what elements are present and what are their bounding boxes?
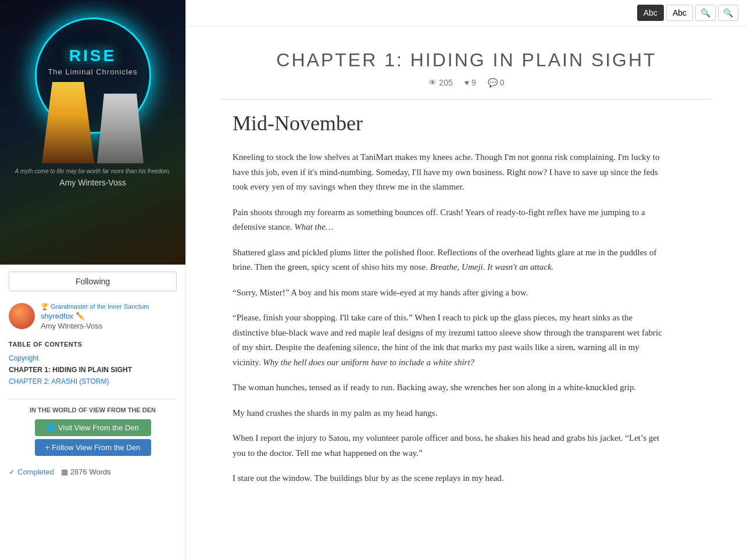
likes-count: 9 bbox=[471, 78, 476, 87]
grandmaster-badge: Grandmaster of the Inner Sanctum bbox=[41, 303, 149, 311]
cover-tagline: A myth come to life may be worth far mor… bbox=[15, 168, 171, 174]
cover-author: Amy Winters-Voss bbox=[59, 178, 126, 187]
paragraph-7: My hand crushes the shards in my palm as… bbox=[233, 406, 663, 421]
toolbar: Abc Abc 🔍 🔍 bbox=[186, 0, 747, 26]
cover-subtitle: The Liminal Chronicles bbox=[48, 67, 137, 76]
zoom-out-button[interactable]: 🔍 bbox=[718, 5, 738, 21]
comments-stat: 💬 0 bbox=[488, 78, 505, 87]
character-right bbox=[97, 94, 144, 163]
completed-badge: ✓ Completed bbox=[9, 468, 54, 476]
heart-icon: ♥ bbox=[464, 78, 469, 87]
paragraph-9: I stare out the window. The buildings bl… bbox=[233, 471, 663, 486]
cover-image: RISE The Liminal Chronicles A myth come … bbox=[0, 0, 185, 265]
italic-2: Breathe, Umeji. It wasn't an attack. bbox=[430, 262, 554, 272]
comment-icon: 💬 bbox=[488, 78, 498, 87]
font-size-large-button[interactable]: Abc bbox=[637, 5, 664, 21]
cover-title: RISE bbox=[69, 47, 116, 65]
table-of-contents: TABLE OF CONTENTS Copyright CHAPTER 1: H… bbox=[0, 335, 185, 390]
world-section: IN THE WORLD OF VIEW FROM THE DEN 🌐 Visi… bbox=[9, 399, 177, 459]
likes-stat: ♥ 9 bbox=[464, 78, 476, 87]
chapter-stats: 👁 205 ♥ 9 💬 0 bbox=[221, 78, 712, 87]
word-count: ▦ 2876 Words bbox=[61, 468, 111, 476]
cover-characters bbox=[42, 82, 144, 163]
zoom-in-button[interactable]: 🔍 bbox=[695, 5, 716, 21]
italic-1: What the… bbox=[294, 222, 333, 231]
completed-label: Completed bbox=[17, 468, 54, 476]
toc-item-copyright[interactable]: Copyright bbox=[9, 352, 177, 364]
sidebar: RISE The Liminal Chronicles A myth come … bbox=[0, 0, 186, 560]
paragraph-4: “Sorry, Mister!” A boy and his mom stare… bbox=[233, 286, 663, 301]
paragraph-6: The woman hunches, tensed as if ready to… bbox=[233, 380, 663, 395]
author-section: Grandmaster of the Inner Sanctum shyredf… bbox=[0, 298, 185, 335]
character-left bbox=[42, 82, 94, 163]
following-button[interactable]: Following bbox=[9, 272, 177, 291]
paragraph-8: When I report the injury to Satou, my vo… bbox=[233, 431, 663, 461]
main-content: Abc Abc 🔍 🔍 CHAPTER 1: HIDING IN PLAIN S… bbox=[186, 0, 747, 560]
author-username[interactable]: shyredfox ✏️ bbox=[41, 312, 149, 320]
paragraph-5: “Please, finish your shopping. I'll take… bbox=[233, 311, 663, 370]
follow-world-button[interactable]: + Follow View From the Den bbox=[35, 439, 151, 456]
toc-header: TABLE OF CONTENTS bbox=[9, 341, 177, 348]
story-body: Mid-November Kneeling to stock the low s… bbox=[186, 99, 709, 532]
author-info: Grandmaster of the Inner Sanctum shyredf… bbox=[41, 303, 149, 330]
section-title: Mid-November bbox=[233, 111, 663, 135]
chapter-title: CHAPTER 1: HIDING IN PLAIN SIGHT bbox=[221, 49, 712, 71]
world-header: IN THE WORLD OF VIEW FROM THE DEN bbox=[9, 406, 177, 413]
font-size-small-button[interactable]: Abc bbox=[666, 5, 693, 21]
italic-3: Why the hell does our uniform have to in… bbox=[263, 358, 474, 367]
chapter-header: CHAPTER 1: HIDING IN PLAIN SIGHT 👁 205 ♥… bbox=[186, 26, 747, 99]
views-stat: 👁 205 bbox=[428, 78, 452, 87]
toc-item-chapter1[interactable]: CHAPTER 1: HIDING IN PLAIN SIGHT bbox=[9, 364, 177, 376]
views-count: 205 bbox=[439, 78, 452, 87]
toc-item-chapter2[interactable]: CHAPTER 2: ARASHI (STORM) bbox=[9, 376, 177, 387]
visit-world-button[interactable]: 🌐 Visit View From the Den bbox=[35, 419, 151, 436]
words-icon: ▦ bbox=[61, 468, 68, 476]
avatar bbox=[9, 303, 35, 329]
paragraph-3: Shattered glass and pickled plums litter… bbox=[233, 245, 663, 275]
comments-count: 0 bbox=[500, 78, 505, 87]
paragraph-1: Kneeling to stock the low shelves at Tan… bbox=[233, 150, 663, 195]
story-meta: ✓ Completed ▦ 2876 Words bbox=[0, 462, 185, 476]
check-icon: ✓ bbox=[9, 468, 15, 476]
avatar-image bbox=[9, 303, 35, 329]
paragraph-2: Pain shoots through my forearm as someth… bbox=[233, 205, 663, 235]
words-label: 2876 Words bbox=[70, 468, 111, 476]
author-name: Amy Winters-Voss bbox=[41, 322, 149, 330]
views-icon: 👁 bbox=[428, 78, 437, 87]
